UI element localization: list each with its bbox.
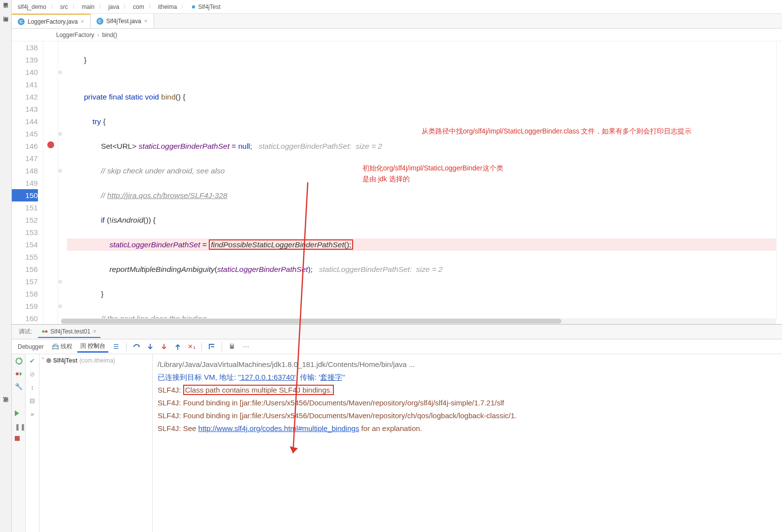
class-icon: C <box>97 18 103 25</box>
breadcrumb-item[interactable]: com <box>131 2 146 11</box>
chevron-right-icon: 〉 <box>72 2 78 11</box>
breadcrumb-item[interactable]: slf4j_demo <box>16 2 48 11</box>
chevron-right-icon: 〉 <box>181 2 187 11</box>
editor-tabs: C LoggerFactory.java × C Slf4jTest.java … <box>12 14 782 29</box>
close-icon[interactable]: × <box>81 18 84 25</box>
debug-label: 调试: <box>15 326 36 338</box>
chevron-right-icon: › <box>97 32 99 38</box>
console-line: 已连接到目标 VM, 地址: ''127.0.0.1:63740', 传输: '… <box>158 371 777 384</box>
class-icon: C <box>18 18 25 25</box>
close-icon[interactable]: × <box>144 18 148 25</box>
sidebar-favorites-tab[interactable]: 收藏 <box>0 404 11 410</box>
debug-frames-tree[interactable]: ˅ Slf4jTest (com.itheima) <box>39 354 153 532</box>
run-icon <box>42 329 48 334</box>
svg-point-1 <box>45 330 48 332</box>
overview-ruler[interactable] <box>776 41 782 318</box>
nav-method[interactable]: bind() <box>102 32 117 38</box>
chevron-right-icon: 〉 <box>123 2 129 11</box>
chevron-down-icon[interactable]: ˅ <box>41 357 44 364</box>
breakpoint-gutter[interactable] <box>43 41 58 324</box>
breadcrumb-item[interactable]: main <box>80 2 97 11</box>
debug-panel: 调试: Slf4jTest.test01 × Debugger 📇 线程 国 控… <box>12 324 782 532</box>
chevron-right-icon: 〉 <box>50 2 56 11</box>
debug-run-tab[interactable]: Slf4jTest.test01 × <box>38 326 100 338</box>
annotation-text: 是由 jdk 选择的 <box>362 173 410 185</box>
annotation-text: 从类路径中找org/slf4j/impl/StaticLoggerBinder.… <box>422 125 691 137</box>
generic-icon <box>4 3 7 6</box>
class-icon <box>191 4 196 10</box>
debug-header: 调试: Slf4jTest.test01 × <box>12 325 782 339</box>
pause-button[interactable]: ❚❚ <box>15 423 23 431</box>
mute-breakpoints-button[interactable]: ↕ <box>31 384 34 391</box>
console-line: SLF4J: Found binding in [jar:file:/Users… <box>158 409 777 422</box>
force-step-into-button[interactable] <box>158 341 170 353</box>
console-subtab[interactable]: 国 控制台 <box>77 341 108 353</box>
breakpoint-icon[interactable] <box>47 141 54 148</box>
sidebar-structure-tab[interactable]: 结构 <box>0 24 11 30</box>
console-output[interactable]: /Library/Java/JavaVirtualMachines/jdk1.8… <box>153 354 782 532</box>
left-tool-strip-bottom: 收藏 <box>0 404 12 532</box>
debug-left-toolbar: 🔧 ❚❚ <box>12 354 26 532</box>
debugger-subtab[interactable]: Debugger <box>15 342 47 351</box>
modify-run-button[interactable] <box>15 370 23 378</box>
generic-icon <box>4 18 7 21</box>
step-over-button[interactable] <box>130 341 142 353</box>
step-out-button[interactable] <box>172 341 184 353</box>
viewbreakpoints-button[interactable]: ⊘ <box>30 370 35 378</box>
breadcrumb-item[interactable]: src <box>58 2 70 11</box>
svg-point-0 <box>42 330 45 332</box>
breadcrumb-item[interactable]: java <box>106 2 121 11</box>
editor-nav-breadcrumb: LoggerFactory › bind() <box>12 29 782 41</box>
layout-button[interactable]: ⊟ <box>30 397 35 404</box>
tab-label: Slf4jTest.java <box>106 18 141 25</box>
run-to-cursor-button[interactable] <box>206 341 218 353</box>
console-line: /Library/Java/JavaVirtualMachines/jdk1.8… <box>158 358 777 371</box>
close-icon[interactable]: × <box>93 328 97 335</box>
nav-class[interactable]: LoggerFactory <box>56 32 94 38</box>
debug-left-toolbar-2: ✔ ⊘ ↕ ⊟ » <box>26 354 39 532</box>
pin-button[interactable]: » <box>31 410 34 418</box>
chevron-right-icon: 〉 <box>148 2 154 11</box>
debug-toolbar: Debugger 📇 线程 国 控制台 ☰ ✕₁ 🖩 ⋯ <box>12 339 782 354</box>
console-line: SLF4J: Found binding in [jar:file:/Users… <box>158 397 777 409</box>
svg-point-2 <box>16 372 19 375</box>
code-content[interactable]: } private final static void bind() { try… <box>67 41 782 324</box>
fold-gutter[interactable]: ⊖ ⊖ ⊖ ⊖ ⊖ <box>58 41 67 324</box>
threads-subtab[interactable]: 📇 线程 <box>49 341 75 352</box>
breadcrumb-item[interactable]: itheima <box>156 2 179 11</box>
chevron-right-icon: 〉 <box>98 2 104 11</box>
test-status-icon <box>46 358 51 363</box>
more-button[interactable]: ⋯ <box>240 341 252 353</box>
menu-icon[interactable]: ☰ <box>110 341 122 353</box>
code-editor[interactable]: 1381391401411421431441451461471481491501… <box>12 41 782 324</box>
checkmark-icon[interactable]: ✔ <box>30 357 35 365</box>
evaluate-expression-button[interactable]: 🖩 <box>226 341 238 353</box>
horizontal-scrollbar[interactable] <box>61 318 776 324</box>
stop-button[interactable] <box>15 436 23 444</box>
breadcrumb: slf4j_demo〉 src〉 main〉 java〉 com〉 itheim… <box>12 0 782 14</box>
tab-label: LoggerFactory.java <box>28 18 78 25</box>
rerun-button[interactable] <box>15 357 23 365</box>
line-number-gutter: 1381391401411421431441451461471481491501… <box>12 41 43 324</box>
step-into-button[interactable] <box>144 341 156 353</box>
editor-tab[interactable]: C Slf4jTest.java × <box>91 14 154 28</box>
console-line: SLF4J: See http://www.slf4j.org/codes.ht… <box>158 422 777 435</box>
settings-button[interactable]: 🔧 <box>15 383 23 391</box>
resume-button[interactable] <box>15 410 23 418</box>
scrollbar-thumb[interactable] <box>61 319 561 324</box>
sidebar-project-tab[interactable]: 项目 <box>0 9 11 15</box>
editor-tab[interactable]: C LoggerFactory.java × <box>12 14 91 28</box>
breadcrumb-item[interactable]: Slf4jTest <box>189 2 222 11</box>
drop-frame-button[interactable]: ✕₁ <box>186 341 197 353</box>
console-line: SLF4J: Class path contains multiple SLF4… <box>158 384 777 397</box>
